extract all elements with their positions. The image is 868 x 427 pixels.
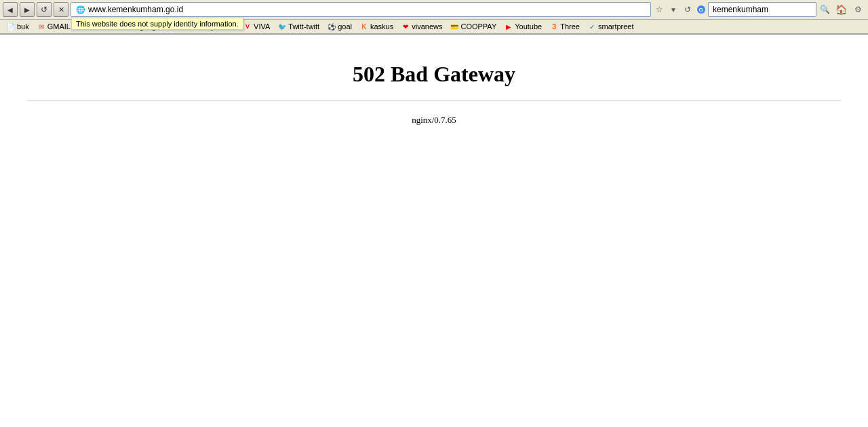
bookmark-twitter[interactable]: 🐦 Twitt-twitt — [274, 21, 323, 32]
twitter-icon: 🐦 — [277, 22, 287, 31]
stop-button[interactable]: ✕ — [54, 2, 68, 17]
bookmark-cooppay[interactable]: 💳 COOPPAY — [446, 21, 500, 32]
bookmark-goal-label: goal — [338, 22, 352, 31]
bookmark-smartpreet[interactable]: ✓ smartpreet — [584, 21, 637, 32]
search-value: kemenkumham — [713, 5, 768, 14]
search-container: G kemenkumham 🔍 — [696, 2, 831, 17]
address-text: www.kemenkumham.go.id — [88, 5, 183, 14]
address-bar-container: 🌐 www.kemenkumham.go.id This website doe… — [71, 2, 694, 17]
back-button[interactable]: ◀ — [3, 2, 18, 17]
lock-icon: 🌐 — [75, 4, 86, 15]
addon-button[interactable]: ⚙ — [850, 2, 865, 17]
youtube-icon: ▶ — [504, 22, 513, 31]
bookmark-kaskus-label: kaskus — [370, 22, 393, 31]
forward-button[interactable]: ▶ — [20, 2, 35, 17]
kaskus-icon: K — [359, 22, 369, 31]
gmail-icon: ✉ — [37, 22, 46, 31]
identity-tooltip: This website does not supply identity in… — [71, 18, 243, 30]
bookmark-cooppay-label: COOPPAY — [460, 22, 496, 31]
bookmark-twitter-label: Twitt-twitt — [288, 22, 319, 31]
browser-chrome: ◀ ▶ ↺ ✕ 🌐 www.kemenkumham.go.id This web… — [0, 0, 868, 35]
bookmark-vivanews[interactable]: ❤ vivanews — [397, 21, 446, 32]
toolbar: ◀ ▶ ↺ ✕ 🌐 www.kemenkumham.go.id This web… — [0, 0, 868, 20]
bookmark-three[interactable]: 3 Three — [546, 21, 583, 32]
buk-icon: 📄 — [6, 22, 16, 31]
bookmark-goal[interactable]: ⚽ goal — [323, 21, 355, 32]
three-icon: 3 — [549, 22, 559, 31]
bookmark-star2-button[interactable]: ▼ — [667, 2, 679, 17]
bookmark-kaskus[interactable]: K kaskus — [356, 21, 397, 32]
address-bar[interactable]: 🌐 www.kemenkumham.go.id This website doe… — [71, 2, 651, 17]
svg-text:G: G — [699, 7, 703, 13]
smartpreet-icon: ✓ — [587, 22, 597, 31]
home-button[interactable]: 🏠 — [833, 2, 848, 17]
bookmark-vivanews-label: vivanews — [412, 22, 442, 31]
bookmark-gmail[interactable]: ✉ GMAIL — [33, 21, 74, 32]
bookmark-youtube-label: Youtube — [515, 22, 542, 31]
bookmark-smartpreet-label: smartpreet — [598, 22, 634, 31]
cooppay-icon: 💳 — [450, 22, 459, 31]
server-info: nginx/0.7.65 — [14, 115, 854, 126]
divider — [27, 100, 841, 101]
bookmark-youtube[interactable]: ▶ Youtube — [500, 21, 545, 32]
goal-icon: ⚽ — [327, 22, 336, 31]
bookmark-buk[interactable]: 📄 buk — [3, 21, 33, 32]
search-input[interactable]: kemenkumham — [708, 2, 816, 17]
search-submit-button[interactable]: 🔍 — [818, 2, 831, 17]
reload-button[interactable]: ↺ — [37, 2, 52, 17]
search-engine-logo: G — [696, 4, 707, 15]
bookmark-viva[interactable]: V VIVA — [239, 21, 273, 32]
error-title: 502 Bad Gateway — [14, 62, 854, 87]
refresh-button[interactable]: ↺ — [682, 2, 694, 17]
bookmark-three-label: Three — [560, 22, 580, 31]
vivanews-icon: ❤ — [401, 22, 410, 31]
viva-icon: V — [243, 22, 252, 31]
page-content: 502 Bad Gateway nginx/0.7.65 — [0, 35, 868, 422]
bookmark-buk-label: buk — [17, 22, 29, 31]
bookmark-viva-label: VIVA — [254, 22, 270, 31]
bookmark-star-button[interactable]: ☆ — [653, 2, 665, 17]
bookmark-gmail-label: GMAIL — [47, 22, 71, 31]
